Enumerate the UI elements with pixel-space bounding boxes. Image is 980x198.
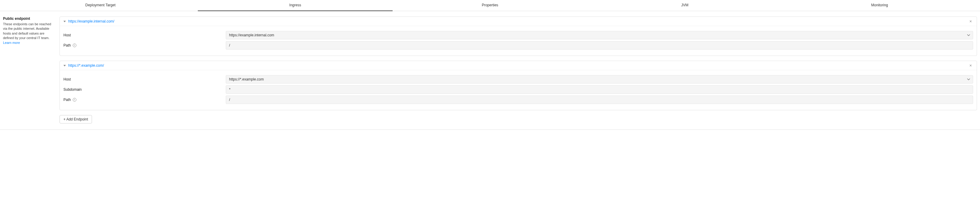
section-title: Public endpoint — [3, 16, 54, 21]
tab-jvm[interactable]: JVM — [587, 0, 782, 11]
learn-more-link[interactable]: Learn more — [3, 41, 20, 44]
close-icon[interactable]: × — [968, 63, 973, 68]
chevron-down-icon[interactable] — [64, 21, 66, 22]
path-input[interactable] — [226, 95, 973, 104]
endpoint-url-link[interactable]: https://*.example.com/ — [68, 63, 104, 68]
section-desc: These endpoints can be reached via the p… — [3, 22, 54, 45]
add-endpoint-button[interactable]: + Add Endpoint — [59, 115, 92, 124]
card-header: https://*.example.com/ × — [60, 61, 977, 70]
subdomain-input[interactable] — [226, 86, 973, 94]
endpoint-card: https://*.example.com/ × Host — [59, 61, 977, 110]
tab-properties[interactable]: Properties — [393, 0, 587, 11]
close-icon[interactable]: × — [968, 19, 973, 24]
endpoint-url-link[interactable]: https://example.internal.com/ — [68, 19, 114, 24]
host-select[interactable] — [226, 75, 973, 84]
path-label: Path i — [64, 43, 226, 48]
info-icon[interactable]: i — [73, 44, 76, 47]
path-input[interactable] — [226, 41, 973, 49]
tab-deployment-target[interactable]: Deployment Target — [3, 0, 198, 11]
info-icon[interactable]: i — [73, 98, 76, 101]
sidebar: Public endpoint These endpoints can be r… — [3, 16, 59, 124]
chevron-down-icon[interactable] — [64, 65, 66, 67]
main-panel: https://example.internal.com/ × Host — [59, 16, 977, 124]
card-header: https://example.internal.com/ × — [60, 17, 977, 26]
tab-ingress[interactable]: Ingress — [198, 0, 393, 11]
subdomain-label: Subdomain — [64, 87, 226, 92]
host-label: Host — [64, 77, 226, 81]
host-label: Host — [64, 33, 226, 37]
path-label: Path i — [64, 98, 226, 102]
host-select[interactable] — [226, 31, 973, 40]
endpoint-card: https://example.internal.com/ × Host — [59, 16, 977, 56]
tab-monitoring[interactable]: Monitoring — [782, 0, 977, 11]
tabs-bar: Deployment Target Ingress Properties JVM… — [0, 0, 980, 11]
